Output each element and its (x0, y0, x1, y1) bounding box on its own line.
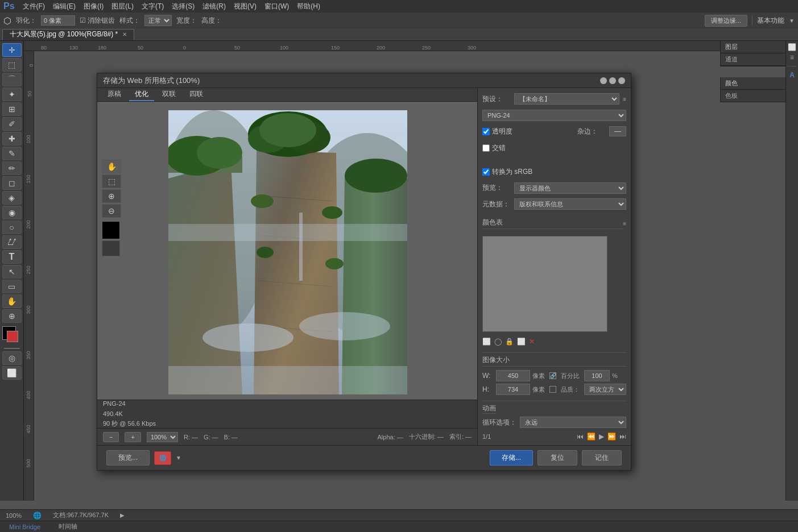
menu-view[interactable]: 视图(V) (234, 2, 257, 11)
ct-icon-3[interactable]: 🔒 (505, 338, 514, 346)
select-preview-tool[interactable]: ⬚ (102, 174, 121, 188)
minimize-icon[interactable] (600, 77, 607, 84)
mini-bridge-tab[interactable]: Mini Bridge (6, 523, 44, 530)
channels-icon[interactable]: ≡ (790, 53, 794, 61)
tab-4up[interactable]: 四联 (184, 88, 209, 101)
magic-wand-tool[interactable]: ✦ (2, 88, 22, 101)
anim-next-icon[interactable]: ⏩ (607, 433, 616, 440)
ct-icon-5[interactable]: ✕ (529, 338, 535, 346)
zoom-out-preview[interactable]: ⊖ (102, 204, 121, 218)
menu-layer[interactable]: 图层(L) (111, 2, 134, 11)
browser-icon[interactable]: 🌐 (154, 451, 171, 465)
menu-text[interactable]: 文字(T) (142, 2, 164, 11)
timeline-tab[interactable]: 时间轴 (55, 522, 81, 531)
ct-icon-4[interactable]: ⬜ (517, 338, 526, 346)
loop-select[interactable]: 永远 (520, 417, 626, 428)
menu-select[interactable]: 选择(S) (172, 2, 195, 11)
menu-help[interactable]: 帮助(H) (297, 2, 320, 11)
height-input[interactable] (496, 384, 530, 395)
paint-bucket-tool[interactable]: ◈ (2, 191, 22, 205)
maximize-icon[interactable] (609, 77, 616, 84)
zoom-tool[interactable]: ⊕ (2, 309, 22, 323)
close-icon[interactable] (618, 77, 625, 84)
zoom-in-preview[interactable]: ⊕ (102, 189, 121, 203)
adjust-edges-button[interactable]: 调整边缘... (705, 15, 747, 27)
color-swatches[interactable] (2, 326, 22, 346)
srgb-text: 转换为 sRGB (492, 167, 532, 177)
interlaced-label[interactable]: 交错 (482, 143, 506, 153)
srgb-label[interactable]: 转换为 sRGB (482, 167, 532, 177)
pen-tool[interactable]: ⌰ (2, 235, 22, 249)
quick-mask-tool[interactable]: ◎ (2, 351, 22, 365)
anim-last-icon[interactable]: ⏭ (619, 433, 626, 440)
format-select[interactable]: PNG-24 (482, 110, 626, 121)
active-document-tab[interactable]: 十大风景(5).jpg @ 100%(RGB/8#) * ✕ (2, 29, 134, 40)
interlaced-row: 交错 (482, 142, 626, 155)
tab-original[interactable]: 原稿 (102, 88, 127, 101)
shape-tool[interactable]: ▭ (2, 280, 22, 293)
blur-tool[interactable]: ◉ (2, 206, 22, 219)
preview-color-fg[interactable] (102, 221, 120, 239)
eraser-tool[interactable]: ◻ (2, 176, 22, 190)
text-tool[interactable]: T (2, 250, 22, 264)
tab-close-icon[interactable]: ✕ (122, 31, 127, 38)
interlaced-checkbox[interactable] (482, 144, 490, 152)
reset-button[interactable]: 复位 (537, 450, 577, 466)
preview-canvas[interactable] (97, 102, 477, 400)
browser-dropdown-icon[interactable]: ▼ (176, 455, 181, 461)
tab-2up[interactable]: 双联 (156, 88, 181, 101)
quality-select[interactable]: 两次立方 (584, 384, 626, 395)
srgb-checkbox[interactable] (482, 168, 490, 176)
preview-panel: 原稿 优化 双联 四联 ✋ ⬚ ⊕ ⊖ (97, 88, 477, 445)
transparency-checkbox[interactable] (482, 128, 490, 135)
menu-window[interactable]: 窗口(W) (264, 2, 289, 11)
hand-tool[interactable]: ✋ (2, 294, 22, 308)
preview-button[interactable]: 预览... (106, 450, 150, 466)
style-select[interactable]: 正常 (144, 15, 172, 26)
preset-select[interactable]: 【未命名】 (514, 93, 619, 105)
menu-image[interactable]: 图像(I) (84, 2, 104, 11)
layers-icon[interactable]: ⬜ (788, 43, 796, 51)
workspace-dropdown-icon[interactable]: ▼ (789, 18, 795, 24)
done-button[interactable]: 记住 (582, 450, 622, 466)
save-button[interactable]: 存储... (490, 450, 533, 466)
anti-alias-check[interactable]: ☑ 消除锯齿 (80, 16, 115, 26)
metadata-select[interactable]: 版权和联系信息 (514, 198, 626, 210)
menu-file[interactable]: 文件(F) (23, 2, 45, 11)
move-tool[interactable]: ✛ (2, 43, 22, 57)
healing-brush-tool[interactable]: ✚ (2, 132, 22, 146)
anim-prev-icon[interactable]: ⏪ (587, 433, 596, 440)
screen-mode-tool[interactable]: ⬜ (2, 366, 22, 380)
color-panel-icon[interactable]: A (789, 71, 795, 79)
path-selection-tool[interactable]: ↖ (2, 265, 22, 279)
ct-icon-1[interactable]: ⬜ (482, 338, 491, 346)
selection-tool[interactable]: ⬚ (2, 58, 22, 72)
clone-stamp-tool[interactable]: ✏ (2, 161, 22, 175)
zoom-in-button[interactable]: + (125, 432, 140, 442)
lasso-tool[interactable]: ⌒ (2, 73, 22, 86)
eyedropper-tool[interactable]: ✐ (2, 117, 22, 131)
width-input[interactable] (496, 370, 530, 381)
feather-input[interactable] (41, 15, 75, 26)
zoom-select[interactable]: 100% (147, 432, 178, 442)
percent-input[interactable] (584, 370, 610, 381)
preview-select[interactable]: 显示器颜色 (514, 182, 626, 194)
menu-edit[interactable]: 编辑(E) (53, 2, 76, 11)
brush-tool[interactable]: ✎ (2, 147, 22, 160)
matte-value[interactable]: — (609, 126, 626, 136)
doc-size-arrow-icon[interactable]: ▶ (120, 512, 125, 518)
hand-preview-tool[interactable]: ✋ (102, 160, 121, 173)
left-tools-panel: ✛ ⬚ ⌒ ✦ ⊞ ✐ ✚ ✎ ✏ ◻ ◈ ◉ ○ ⌰ T ↖ ▭ ✋ ⊕ ◎ … (0, 41, 24, 501)
anim-first-icon[interactable]: ⏮ (577, 433, 584, 440)
crop-tool[interactable]: ⊞ (2, 102, 22, 116)
anim-play-icon[interactable]: ▶ (599, 433, 604, 440)
menu-filter[interactable]: 滤镜(R) (202, 2, 226, 11)
tab-optimized[interactable]: 优化 (129, 88, 154, 101)
ct-icon-2[interactable]: ◯ (494, 338, 502, 346)
color-table-menu-icon[interactable]: ≡ (623, 221, 626, 227)
dodge-tool[interactable]: ○ (2, 221, 22, 234)
preset-menu-icon[interactable]: ≡ (623, 96, 626, 102)
transparency-label[interactable]: 透明度 (482, 127, 512, 136)
lock-ratio-icon[interactable]: 🔗 (549, 372, 556, 379)
zoom-out-button[interactable]: − (103, 432, 119, 442)
